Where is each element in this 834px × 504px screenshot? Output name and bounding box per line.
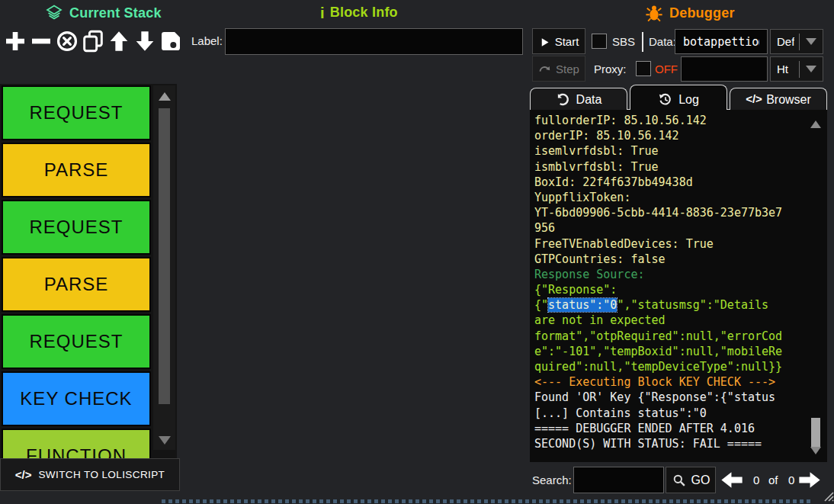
- data-caption: Data:: [649, 35, 676, 48]
- log-line: BoxId: 22f4f637bb49438d: [534, 175, 809, 190]
- code-icon: </>: [746, 92, 760, 107]
- stack-toolbar: [2, 26, 183, 58]
- add-block-button[interactable]: [2, 26, 27, 58]
- arrow-left-icon: [720, 470, 744, 490]
- stack-block-label: KEY CHECK: [20, 388, 132, 409]
- log-text: ===== DEBUGGER ENDED AFTER 4.016: [534, 422, 755, 435]
- match-total: 0: [788, 474, 794, 486]
- stack-block-request[interactable]: REQUEST: [2, 85, 151, 140]
- log-line: SECOND(S) WITH STATUS: FAIL =====: [534, 436, 809, 451]
- log-line: ismblvrfdsbl: True: [534, 159, 809, 175]
- proxy-type-value: Ht: [771, 63, 794, 75]
- remove-all-icon: [55, 29, 79, 56]
- log-text: {"Response":: [534, 283, 617, 297]
- tab-browser[interactable]: </>Browser: [730, 88, 827, 110]
- stack-block-label: PARSE: [44, 274, 109, 295]
- remove-block-button[interactable]: [28, 26, 53, 58]
- tab-label: Log: [678, 93, 699, 107]
- log-line: GTPCountries: false: [534, 252, 809, 267]
- info-icon: i: [320, 5, 325, 21]
- previous-match-button[interactable]: [720, 470, 744, 490]
- log-line: orderIP: 85.10.56.142: [534, 128, 809, 143]
- step-icon: [538, 63, 551, 75]
- clone-block-button[interactable]: [80, 26, 105, 58]
- current-stack-title-label: Current Stack: [69, 5, 162, 21]
- bug-icon: [644, 3, 664, 23]
- log-text: fullorderIP: 85.10.56.142: [534, 114, 707, 127]
- arrow-right-icon: [797, 470, 822, 490]
- log-text: SECOND(S) WITH STATUS: FAIL =====: [534, 437, 762, 451]
- scroll-down-icon[interactable]: [159, 436, 171, 445]
- resize-grip-icon[interactable]: [822, 490, 834, 502]
- tab-data[interactable]: Data: [530, 88, 627, 110]
- sbs-checkbox[interactable]: [592, 34, 607, 49]
- stack-block-parse[interactable]: PARSE: [2, 257, 151, 312]
- proxy-checkbox[interactable]: [636, 61, 651, 76]
- data-input[interactable]: [675, 29, 768, 54]
- log-text: orderIP: 85.10.56.142: [534, 129, 679, 143]
- scroll-up-icon[interactable]: [159, 92, 171, 101]
- start-button[interactable]: Start: [532, 28, 585, 54]
- go-label: GO: [691, 474, 711, 487]
- start-label: Start: [555, 35, 579, 48]
- log-text: isemlvrfdsbl: True: [534, 144, 659, 158]
- wordlist-type-dropdown[interactable]: Def: [770, 29, 823, 54]
- move-block-up-button[interactable]: [106, 26, 131, 58]
- stack-scrollbar-thumb[interactable]: [159, 108, 170, 404]
- log-line: FreeTVEnabledDevices: True: [534, 236, 809, 252]
- move-block-down-button[interactable]: [132, 26, 157, 58]
- log-panel[interactable]: fullorderIP: 85.10.56.142orderIP: 85.10.…: [530, 109, 827, 462]
- log-line: <--- Executing Block KEY CHECK --->: [534, 374, 809, 390]
- block-info-title-label: Block Info: [330, 5, 398, 21]
- log-text: GTPCountries: false: [534, 252, 666, 266]
- log-line: 956: [534, 220, 809, 236]
- stack-block-request[interactable]: REQUEST: [2, 200, 151, 255]
- move-up-icon: [107, 29, 131, 56]
- log-text: Found 'OR' Key {"Response":{"status: [534, 390, 775, 404]
- match-of-label: of: [768, 474, 778, 486]
- log-scrollbar-thumb[interactable]: [811, 418, 820, 448]
- log-highlighted-text: status":"0: [548, 298, 617, 312]
- stack-block-label: REQUEST: [29, 217, 123, 238]
- tab-log[interactable]: Log: [630, 85, 727, 110]
- current-stack-title: Current Stack: [44, 3, 162, 23]
- log-line: fullorderIP: 85.10.56.142: [534, 113, 809, 128]
- stack-block-key-check[interactable]: KEY CHECK: [2, 371, 151, 426]
- stack-scrollbar[interactable]: [153, 85, 175, 450]
- tab-label: Browser: [766, 93, 811, 107]
- log-text: Response Source:: [534, 268, 645, 281]
- stack-block-parse[interactable]: PARSE: [2, 143, 151, 197]
- log-lines: fullorderIP: 85.10.56.142orderIP: 85.10.…: [534, 113, 809, 451]
- log-text: e":"-101","tempBoxid":null,"mobileRe: [534, 345, 782, 358]
- log-line: are not in expected: [534, 313, 809, 328]
- log-text: YuppflixToken:: [534, 191, 630, 204]
- tab-label: Data: [576, 93, 602, 107]
- switch-to-loliscript-button[interactable]: </> SWITCH TO LOLISCRIPT: [0, 458, 180, 491]
- stack-block-request[interactable]: REQUEST: [2, 314, 151, 369]
- divider: [799, 34, 800, 50]
- remove-icon: [29, 29, 53, 56]
- proxy-type-dropdown[interactable]: Ht: [770, 56, 823, 82]
- divider: [642, 32, 643, 52]
- step-button[interactable]: Step: [532, 56, 585, 82]
- stack-block-list: REQUESTPARSEREQUESTPARSEREQUESTKEY CHECK…: [2, 85, 151, 486]
- clear-stack-button[interactable]: [54, 26, 79, 58]
- search-go-button[interactable]: GO: [666, 467, 716, 493]
- save-config-button[interactable]: [158, 26, 183, 58]
- log-text: <--- Executing Block KEY CHECK --->: [534, 375, 775, 389]
- next-match-button[interactable]: [797, 470, 822, 490]
- proxy-caption: Proxy:: [594, 63, 627, 75]
- search-input[interactable]: [573, 467, 664, 493]
- log-line: quired":null,"tempDeviceType":null}}: [534, 359, 809, 374]
- bottom-scroll-strip[interactable]: [162, 499, 811, 503]
- layers-icon: [44, 3, 64, 23]
- log-line: ===== DEBUGGER ENDED AFTER 4.016: [534, 421, 809, 436]
- log-line: format","otpRequired":null,"errorCod: [534, 329, 809, 344]
- log-line: e":"-101","tempBoxid":null,"mobileRe: [534, 344, 809, 359]
- search-caption: Search:: [532, 474, 572, 486]
- scroll-down-icon[interactable]: [810, 447, 821, 454]
- proxy-input[interactable]: [681, 56, 768, 82]
- divider: [799, 61, 800, 78]
- block-label-input[interactable]: [225, 28, 523, 55]
- scroll-up-icon[interactable]: [810, 120, 821, 128]
